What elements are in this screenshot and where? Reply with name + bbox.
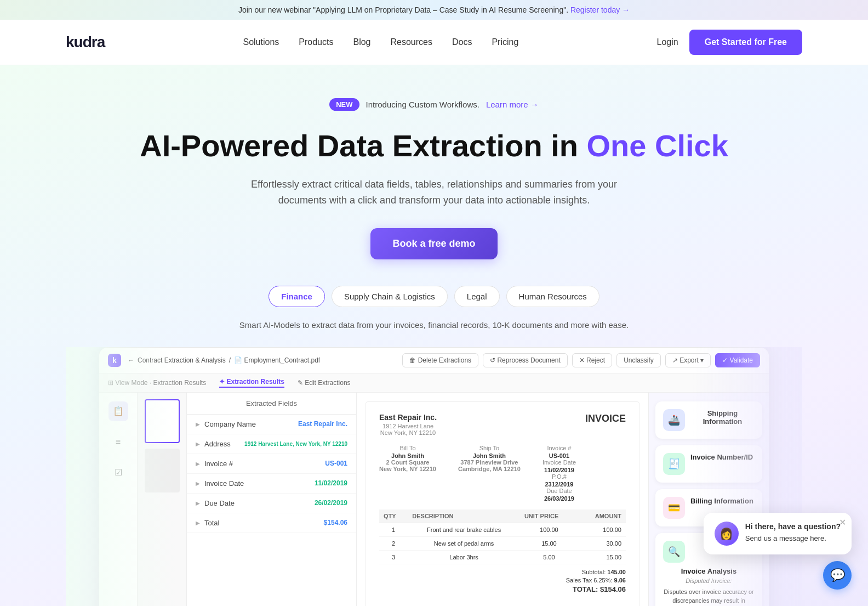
sidebar-doc-icon[interactable]: 📋 xyxy=(108,401,128,421)
document-thumbnails xyxy=(138,393,187,606)
extraction-row-total: ▶ Total $154.06 xyxy=(187,513,356,533)
dashboard-sidebar: 📋 ≡ ☑ xyxy=(99,393,138,606)
sidebar-check-icon[interactable]: ☑ xyxy=(108,463,128,483)
ship-to-address: 3787 Pineview DriveCambridge, MA 12210 xyxy=(458,459,521,472)
analysis-icon: 🔍 xyxy=(663,541,685,563)
total-value: $154.06 xyxy=(324,519,347,526)
breadcrumb-back[interactable]: ← xyxy=(128,356,134,364)
invoice-number-icon: 🧾 xyxy=(663,453,685,475)
book-demo-button[interactable]: Book a free demo xyxy=(370,228,497,259)
dashboard-container: k ← Contract Extraction & Analysis / 📄 E… xyxy=(99,347,769,606)
unclassify-button[interactable]: Unclassify xyxy=(616,353,661,367)
delete-extractions-button[interactable]: 🗑 Delete Extractions xyxy=(402,353,478,367)
extraction-panel: Extracted Fields ▶ Company Name East Rep… xyxy=(187,393,357,606)
login-link[interactable]: Login xyxy=(657,37,678,47)
extraction-header: Extracted Fields xyxy=(187,393,356,415)
tab-finance[interactable]: Finance xyxy=(269,286,325,307)
nav-blog[interactable]: Blog xyxy=(353,37,370,47)
company-name-label: Company Name xyxy=(204,420,256,428)
extraction-row-invoice-num: ▶ Invoice # US-001 xyxy=(187,454,356,474)
extraction-row-invoice-date: ▶ Invoice Date 11/02/2019 xyxy=(187,474,356,494)
billing-icon: 💳 xyxy=(663,497,685,519)
view-mode-label: ⊞ View Mode · Extraction Results xyxy=(108,379,206,387)
tab-human-resources[interactable]: Human Resources xyxy=(506,286,599,307)
extraction-row-due-date: ▶ Due Date 26/02/2019 xyxy=(187,494,356,513)
hero-title: AI-Powered Data Extraction in One Click xyxy=(110,128,758,163)
banner-link[interactable]: Register today → xyxy=(570,5,630,14)
validate-button[interactable]: ✓ Validate xyxy=(715,353,760,367)
sidebar-layers-icon[interactable]: ≡ xyxy=(108,432,128,452)
nav-solutions[interactable]: Solutions xyxy=(243,37,279,47)
invoice-number-title: Invoice Number/ID xyxy=(690,453,753,461)
invoice-title: INVOICE xyxy=(585,413,626,436)
tab-legal[interactable]: Legal xyxy=(454,286,500,307)
ship-to-label: Ship To xyxy=(458,445,521,451)
reject-button[interactable]: ✕ Reject xyxy=(572,353,612,367)
company-name: East Repair Inc. xyxy=(379,413,437,422)
get-started-button[interactable]: Get Started for Free xyxy=(689,30,802,55)
company-name-value: East Repair Inc. xyxy=(298,420,347,428)
breadcrumb: ← Contract Extraction & Analysis / 📄 Emp… xyxy=(128,356,320,364)
expand-address-arrow[interactable]: ▶ xyxy=(196,441,200,447)
nav-docs[interactable]: Docs xyxy=(452,37,472,47)
tabs-subtitle: Smart AI-Models to extract data from you… xyxy=(110,320,758,330)
shipping-info: Shipping Information xyxy=(690,409,755,426)
bill-to-name: John Smith xyxy=(391,452,424,459)
chat-text: Hi there, have a question? Send us a mes… xyxy=(745,522,841,543)
chat-open-button[interactable]: 💬 xyxy=(823,561,852,590)
view-mode-bar: ⊞ View Mode · Extraction Results ✦ Extra… xyxy=(99,373,769,393)
table-row: 2 New set of pedal arms 15.00 30.00 xyxy=(379,536,626,550)
invoice-parties: Bill To John Smith 2 Court SquareNew Yor… xyxy=(379,445,626,502)
invoice-document: East Repair Inc. 1912 Harvest LaneNew Yo… xyxy=(366,401,639,606)
total-row: TOTAL: $154.06 xyxy=(379,585,626,593)
banner-text: Join our new webinar "Applying LLM on Pr… xyxy=(238,5,568,14)
expand-invoice-arrow[interactable]: ▶ xyxy=(196,461,200,467)
ship-to-name: John Smith xyxy=(473,452,506,459)
dashboard-topbar: k ← Contract Extraction & Analysis / 📄 E… xyxy=(99,348,769,373)
analysis-text: Disputes over invoice accuracy or discre… xyxy=(663,587,755,606)
billing-info: Billing Information xyxy=(690,497,753,505)
badge-link[interactable]: Learn more → xyxy=(486,100,539,109)
breadcrumb-item2: 📄 Employment_Contract.pdf xyxy=(234,356,320,364)
chat-bubble: 👩 Hi there, have a question? Send us a m… xyxy=(704,513,852,554)
expand-date-arrow[interactable]: ▶ xyxy=(196,480,200,486)
nav-resources[interactable]: Resources xyxy=(390,37,432,47)
breadcrumb-item1[interactable]: Contract Extraction & Analysis xyxy=(138,356,226,364)
nav-products[interactable]: Products xyxy=(299,37,333,47)
extraction-results-tab[interactable]: ✦ Extraction Results xyxy=(219,378,284,388)
shipping-icon: 🚢 xyxy=(663,409,685,431)
chat-close-icon[interactable]: ✕ xyxy=(839,517,846,528)
chat-avatar: 👩 xyxy=(715,522,739,546)
col-desc: DESCRIPTION xyxy=(408,509,520,523)
invoice-date-label: Invoice Date xyxy=(204,479,244,488)
invoice-preview: East Repair Inc. 1912 Harvest LaneNew Yo… xyxy=(357,393,648,606)
edit-extractions-tab[interactable]: ✎ Edit Extractions xyxy=(298,379,351,387)
extraction-row-company: ▶ Company Name East Repair Inc. xyxy=(187,415,356,434)
invoice-num-value: US-001 xyxy=(325,460,347,467)
tab-supply-chain[interactable]: Supply Chain & Logistics xyxy=(332,286,448,307)
invoice-totals: Subtotal: 145.00 Sales Tax 6.25%: 9.06 T… xyxy=(379,569,626,593)
chat-widget: 👩 Hi there, have a question? Send us a m… xyxy=(704,513,852,590)
badge-text: Introducing Custom Workflows. xyxy=(366,100,479,109)
reprocess-document-button[interactable]: ↺ Reprocess Document xyxy=(483,353,568,367)
invoice-details-col: Invoice # US-001 Invoice Date 11/02/2019… xyxy=(542,445,576,502)
invoice-header: East Repair Inc. 1912 Harvest LaneNew Yo… xyxy=(379,413,626,436)
thumb-page-2[interactable] xyxy=(145,449,180,492)
expand-company-arrow[interactable]: ▶ xyxy=(196,421,200,427)
expand-due-arrow[interactable]: ▶ xyxy=(196,500,200,506)
export-button[interactable]: ↗ Export ▾ xyxy=(665,353,711,367)
invoice-table: QTY DESCRIPTION UNIT PRICE AMOUNT 1 Fron… xyxy=(379,509,626,564)
inv-due: 26/03/2019 xyxy=(544,495,574,502)
hero-subtitle: Effortlessly extract critical data field… xyxy=(248,177,620,208)
chat-title: Hi there, have a question? xyxy=(745,522,841,533)
invoice-num-label: Invoice # xyxy=(204,460,233,468)
address-label: Address xyxy=(204,440,231,448)
due-date-value: 26/02/2019 xyxy=(315,499,347,507)
nav-pricing[interactable]: Pricing xyxy=(492,37,518,47)
subtotal-row: Subtotal: 145.00 xyxy=(379,569,626,575)
chat-subtitle: Send us a message here. xyxy=(745,534,826,542)
invoice-number-card: 🧾 Invoice Number/ID xyxy=(655,445,762,483)
expand-total-arrow[interactable]: ▶ xyxy=(196,520,200,526)
dashboard-logo: k xyxy=(108,354,121,367)
thumb-page-1[interactable] xyxy=(145,399,180,443)
